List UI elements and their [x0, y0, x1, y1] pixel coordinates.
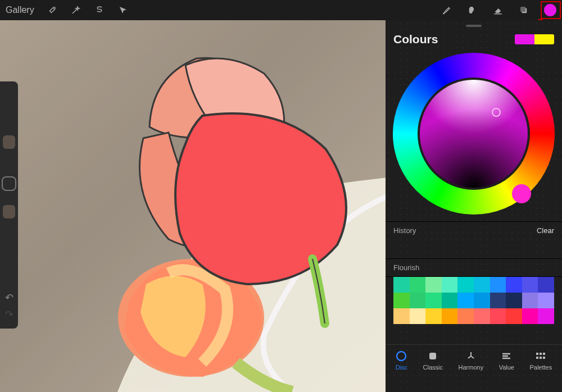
svg-rect-11 — [540, 357, 542, 359]
panel-title: Colours — [393, 33, 515, 46]
palette-swatch[interactable] — [425, 308, 442, 324]
palette-swatch[interactable] — [457, 308, 474, 324]
brush-opacity-slider[interactable] — [7, 197, 11, 284]
palette-swatch[interactable] — [538, 293, 554, 308]
history-clear-button[interactable]: Clear — [537, 226, 554, 235]
colour-wheel[interactable] — [393, 53, 555, 215]
palette-name-row: Flourish — [386, 258, 562, 276]
color-picker-button[interactable] — [544, 4, 556, 16]
svg-rect-1 — [520, 7, 525, 12]
tab-label: Classic — [423, 364, 443, 371]
tab-label: Disc — [396, 364, 407, 371]
palette-swatch[interactable] — [474, 308, 490, 324]
drawing-canvas[interactable] — [0, 20, 386, 392]
palette-swatch[interactable] — [457, 277, 474, 293]
palette-swatch[interactable] — [410, 308, 426, 324]
brush-opacity-thumb[interactable] — [3, 205, 15, 218]
smudge-icon[interactable] — [466, 4, 478, 16]
palette-swatch[interactable] — [522, 308, 538, 324]
brush-icon[interactable] — [441, 4, 452, 16]
canvas-dim-overlay — [0, 20, 386, 392]
hue-indicator[interactable] — [512, 184, 531, 203]
palette-grid — [386, 276, 562, 327]
palette-swatch[interactable] — [425, 277, 442, 293]
palettes-icon — [535, 350, 546, 362]
palette-swatch[interactable] — [538, 308, 554, 324]
saturation-disc[interactable] — [420, 80, 528, 188]
palette-swatch[interactable] — [442, 293, 458, 308]
palette-swatch[interactable] — [490, 277, 506, 293]
primary-secondary-swatch[interactable] — [515, 34, 554, 44]
panel-header: Colours — [386, 27, 562, 49]
palette-swatch[interactable] — [522, 293, 538, 308]
modifier-button[interactable] — [2, 176, 16, 191]
saturation-indicator[interactable] — [492, 108, 501, 117]
svg-rect-7 — [536, 353, 538, 355]
colours-panel: Colours History Clear Flourish DiscClass… — [386, 20, 562, 392]
magic-wand-icon[interactable] — [70, 4, 81, 16]
brush-size-thumb[interactable] — [3, 135, 15, 149]
svg-rect-9 — [543, 353, 545, 355]
top-right-group — [441, 4, 556, 16]
palette-swatch[interactable] — [522, 277, 538, 293]
arrow-tool-icon[interactable] — [117, 4, 129, 16]
undo-button[interactable]: ↶ — [5, 291, 13, 304]
disc-icon — [396, 350, 407, 362]
left-sidebar: ↶ ↷ — [0, 81, 18, 329]
palette-swatch[interactable] — [506, 293, 522, 308]
top-left-group: Gallery — [6, 4, 129, 16]
classic-icon — [427, 350, 438, 362]
tab-label: Value — [499, 364, 514, 371]
eraser-icon[interactable] — [492, 4, 504, 16]
palette-swatch[interactable] — [442, 308, 458, 324]
palette-swatch[interactable] — [393, 293, 410, 308]
gallery-button[interactable]: Gallery — [6, 5, 34, 15]
palette-swatch[interactable] — [490, 308, 506, 324]
primary-color-swatch[interactable] — [515, 34, 534, 44]
palette-swatch[interactable] — [538, 277, 554, 293]
redo-button[interactable]: ↷ — [5, 308, 13, 321]
svg-rect-8 — [540, 353, 542, 355]
palette-swatch[interactable] — [506, 308, 522, 324]
tab-label: Harmony — [459, 364, 484, 371]
palette-swatch[interactable] — [442, 277, 458, 293]
palette-swatch[interactable] — [393, 308, 410, 324]
undo-redo-group: ↶ ↷ — [5, 286, 13, 329]
history-row: History Clear — [386, 221, 562, 239]
svg-rect-12 — [543, 357, 545, 359]
palette-swatch[interactable] — [410, 277, 426, 293]
palette-name-label: Flourish — [393, 263, 554, 272]
palette-swatch[interactable] — [490, 293, 506, 308]
palette-swatch[interactable] — [474, 277, 490, 293]
top-toolbar: Gallery — [0, 0, 562, 20]
layers-icon[interactable] — [518, 4, 529, 16]
wrench-icon[interactable] — [47, 4, 58, 16]
secondary-color-swatch[interactable] — [534, 34, 554, 44]
tab-classic[interactable]: Classic — [423, 350, 443, 371]
palette-swatch[interactable] — [425, 293, 442, 308]
s-tool-icon[interactable] — [94, 4, 105, 16]
tab-harmony[interactable]: Harmony — [459, 350, 484, 371]
palette-swatch[interactable] — [506, 277, 522, 293]
value-icon — [501, 350, 512, 362]
harmony-icon — [465, 350, 477, 362]
palette-swatch[interactable] — [410, 293, 426, 308]
svg-rect-10 — [536, 357, 538, 359]
brush-size-slider[interactable] — [7, 84, 11, 171]
history-swatches-empty — [386, 239, 562, 258]
palette-swatch[interactable] — [393, 277, 410, 293]
colour-mode-tabs: DiscClassicHarmonyValuePalettes — [386, 344, 562, 392]
tab-disc[interactable]: Disc — [396, 350, 407, 371]
svg-rect-6 — [429, 353, 436, 359]
history-label: History — [393, 226, 537, 235]
tab-palettes[interactable]: Palettes — [529, 350, 552, 371]
tab-label: Palettes — [529, 364, 552, 371]
svg-point-5 — [397, 352, 406, 361]
palette-swatch[interactable] — [474, 293, 490, 308]
palette-swatch[interactable] — [457, 293, 474, 308]
tab-value[interactable]: Value — [499, 350, 514, 371]
